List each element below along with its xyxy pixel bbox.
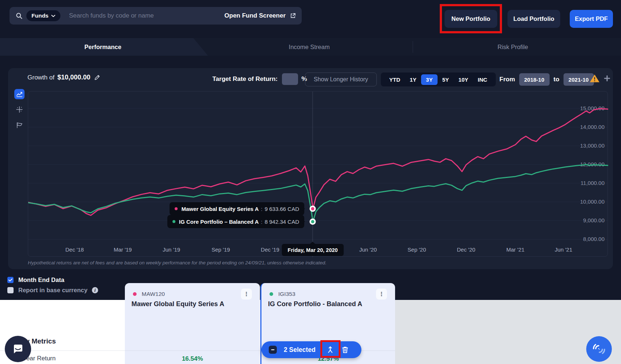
growth-chart-plot[interactable]: 15,000.0014,000.0013,000.0012,000.0011,0…	[28, 91, 608, 257]
merge-funds-button[interactable]	[324, 343, 337, 356]
base-currency-row: Report in base currency i	[7, 287, 98, 294]
add-fund-plus-icon[interactable]	[603, 75, 611, 82]
x-axis-tick: Jun '19	[163, 246, 180, 253]
series-dot-pink	[175, 207, 178, 210]
fund-card-maw120[interactable]: MAW120 ⋮ Mawer Global Equity Series A 16…	[125, 283, 260, 364]
base-currency-checkbox[interactable]	[7, 287, 14, 293]
tab-income-stream[interactable]: Income Stream	[206, 38, 413, 56]
base-currency-label: Report in base currency	[18, 287, 88, 294]
x-axis-tick: Dec '19	[261, 246, 279, 253]
drawdown-flag-icon[interactable]	[14, 120, 25, 130]
check-icon	[8, 278, 12, 282]
chart-footnote: Hypothetical returns are net of fees and…	[28, 260, 327, 265]
range-button-inc[interactable]: INC	[473, 74, 492, 85]
x-axis-tick: Jun '21	[555, 246, 572, 253]
new-portfolio-button[interactable]: New Portfolio	[445, 10, 497, 28]
chart-type-rail	[12, 89, 27, 135]
warning-icon[interactable]	[590, 74, 600, 83]
one-year-return-value: 16.54%	[125, 355, 260, 363]
x-axis-tick: Dec '18	[66, 246, 84, 253]
fund-color-dot	[133, 292, 137, 296]
target-rate-label: Target Rate of Return:	[212, 75, 278, 83]
deselect-minus-button[interactable]	[269, 346, 277, 354]
load-portfolio-button[interactable]: Load Portfolio	[507, 10, 560, 28]
fund-code: MAW120	[142, 291, 165, 297]
search-category-dropdown[interactable]: Funds	[26, 10, 60, 21]
trash-icon	[342, 346, 349, 353]
target-rate-group: Target Rate of Return: %	[212, 73, 307, 85]
brand-logo-button[interactable]	[586, 336, 612, 362]
minus-icon	[271, 348, 275, 352]
month-end-label: Month End Data	[18, 276, 64, 283]
performance-chart-panel: Growth of $10,000.00 Target Rate of Retu…	[8, 68, 613, 269]
x-axis-tick: Jun '20	[359, 246, 377, 253]
y-axis-tick: 13,000.00	[580, 142, 605, 149]
app-window: Funds Open Fund Screener New Portfolio L…	[0, 0, 621, 364]
series-tooltip-ig-core: IG Core Portfolio – Balanced A : 8 942.3…	[167, 215, 304, 228]
chat-bubble-icon	[11, 342, 25, 356]
fund-code: IGI353	[278, 291, 295, 297]
x-axis-tick: Dec '20	[457, 246, 475, 253]
delete-selection-button[interactable]	[340, 344, 351, 355]
from-label: From	[499, 76, 515, 83]
month-end-checkbox[interactable]	[7, 277, 14, 283]
tab-risk-profile[interactable]: Risk Profile	[413, 38, 613, 56]
target-rate-input[interactable]	[282, 73, 298, 85]
x-axis-tick: Mar '21	[506, 246, 525, 253]
range-button-ytd[interactable]: YTD	[384, 74, 405, 85]
line-chart-icon[interactable]	[14, 89, 25, 99]
y-axis-tick: 9,000.00	[583, 217, 605, 223]
x-axis-tick: Sep '19	[212, 246, 230, 253]
range-button-1y[interactable]: 1Y	[405, 74, 421, 85]
from-date-field[interactable]: 2018-10	[519, 73, 550, 86]
tab-strip: Performance Income Stream Risk Profile	[0, 38, 621, 56]
to-label: to	[554, 76, 559, 83]
chat-widget-button[interactable]	[5, 336, 31, 362]
fund-color-dot	[269, 292, 273, 296]
y-axis-tick: 10,000.00	[580, 198, 605, 205]
chevron-down-icon	[51, 15, 55, 17]
tab-performance[interactable]: Performance	[0, 38, 206, 56]
search-icon	[15, 12, 23, 19]
open-fund-screener-link[interactable]: Open Fund Screener	[224, 12, 296, 19]
date-range-group: From 2018-10 to 2021-10	[499, 73, 598, 86]
merge-icon	[326, 345, 335, 354]
range-button-10y[interactable]: 10Y	[454, 74, 473, 85]
month-end-data-row: Month End Data	[7, 276, 64, 283]
scatter-axes-icon[interactable]	[14, 104, 25, 115]
y-axis-tick: 8,000.00	[583, 236, 605, 242]
y-axis-tick: 11,000.00	[580, 180, 605, 186]
range-button-5y[interactable]: 5Y	[438, 74, 454, 85]
fund-search-bar: Funds Open Fund Screener	[10, 7, 302, 25]
export-pdf-button[interactable]: Export PDF	[570, 10, 613, 28]
external-link-icon	[290, 13, 296, 19]
show-longer-history-button[interactable]: Show Longer History	[305, 73, 377, 86]
kebab-menu-icon[interactable]: ⋮	[241, 289, 252, 300]
kebab-menu-icon[interactable]: ⋮	[376, 289, 387, 300]
edit-pencil-icon[interactable]	[94, 74, 100, 81]
growth-amount: $10,000.00	[57, 74, 90, 81]
time-range-selector: YTD1Y3Y5Y10YINC	[381, 73, 496, 86]
search-input[interactable]	[68, 12, 224, 20]
fund-name: Mawer Global Equity Series A	[131, 300, 224, 308]
y-axis-tick: 14,000.00	[580, 124, 605, 130]
info-icon[interactable]: i	[92, 287, 98, 293]
card-row-divider	[125, 350, 260, 351]
series-dot-green	[172, 220, 175, 223]
fund-name: IG Core Portfolio - Balanced A	[268, 300, 362, 308]
series-line	[28, 109, 608, 216]
search-category-label: Funds	[31, 12, 49, 19]
selection-action-bar: 2 Selected	[261, 341, 361, 358]
x-axis-tick: Mar '19	[114, 246, 132, 253]
range-button-3y[interactable]: 3Y	[421, 74, 437, 85]
brand-logo-icon	[591, 341, 607, 357]
growth-of-label: Growth of $10,000.00	[27, 73, 100, 81]
header-icons	[590, 74, 611, 83]
date-tooltip: Friday, Mar 20, 2020	[282, 244, 344, 256]
series-tooltip-mawer: Mawer Global Equity Series A : 9 633.66 …	[170, 202, 304, 215]
selected-count-label: 2 Selected	[284, 346, 316, 354]
x-axis-tick: Sep '20	[408, 246, 426, 253]
